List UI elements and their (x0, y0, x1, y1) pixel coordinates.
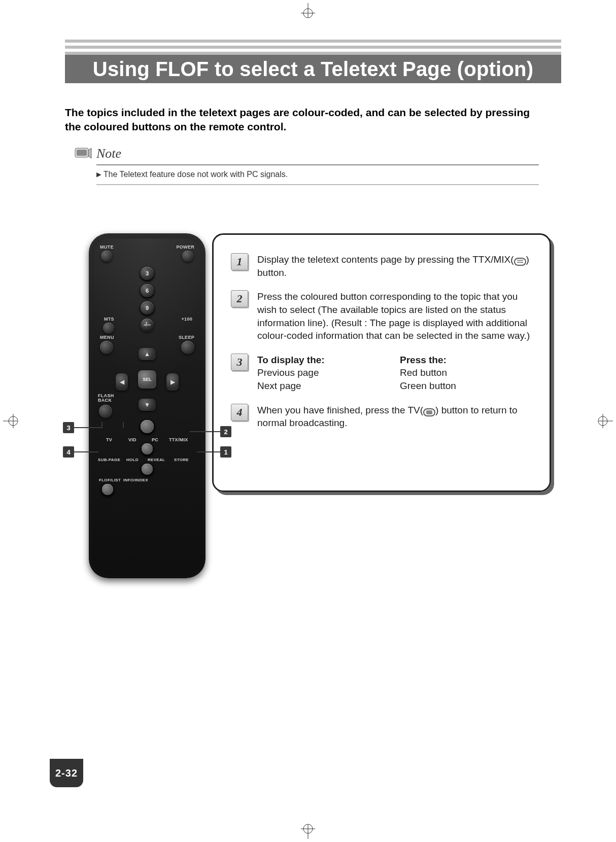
btn-power (182, 251, 193, 262)
step-1-text-a: Display the teletext contents page by pr… (257, 254, 514, 265)
callout-4: 4 (63, 446, 74, 458)
keypad-3: 3 (141, 267, 154, 280)
note-divider (96, 164, 539, 165)
label-reveal: REVEAL (148, 458, 165, 462)
label-plus100: +100 (182, 317, 192, 322)
callout-4-line (74, 451, 98, 452)
label-infoindex: INFO/INDEX (123, 478, 148, 482)
btn-flashback (99, 405, 112, 418)
dpad-left: ◀ (116, 373, 128, 391)
colour-btn-blue (141, 420, 154, 433)
btn-mute (101, 251, 112, 262)
step-1: 1 Display the teletext contents page by … (231, 253, 532, 279)
dpad-right: ▶ (166, 373, 179, 391)
dpad: ▲ ▼ ◀ ▶ SEL (117, 349, 178, 410)
step-1-badge: 1 (231, 253, 248, 270)
label-mts: MTS (104, 317, 114, 322)
label-tv: TV (106, 437, 112, 442)
btn-mts (103, 323, 114, 334)
page-title: Using FLOF to select a Teletext Page (op… (65, 56, 561, 84)
label-ttxmix: TTX/MIX (169, 437, 188, 442)
btn-ttxmix (142, 443, 153, 454)
note-body: The Teletext feature dose not work with … (104, 170, 288, 179)
label-sleep: SLEEP (179, 335, 194, 340)
remote-body: MUTE POWER 1 2 3 4 5 6 7 8 9 MTS +100 (89, 233, 206, 578)
btn-sleep (181, 341, 194, 354)
dpad-down: ▼ (139, 399, 156, 411)
intro-text: The topics included in the teletext page… (65, 106, 539, 134)
label-store: STORE (174, 458, 189, 462)
label-hold: HOLD (126, 458, 139, 462)
ttxmix-icon (514, 258, 526, 266)
step-4-badge: 4 (231, 404, 248, 421)
btn-menu (100, 341, 113, 354)
crop-mark-left (3, 411, 23, 431)
step-2-badge: 2 (231, 290, 248, 307)
callout-3-tick1 (101, 422, 102, 428)
keypad-6: 6 (141, 284, 154, 297)
step-3: 3 To display the: Press the: Previous pa… (231, 354, 532, 393)
label-flashback: FLASH BACK (98, 394, 114, 403)
step-3-hd-right: Press the: (400, 354, 532, 367)
remote-illustration: MUTE POWER 1 2 3 4 5 6 7 8 9 MTS +100 (81, 233, 213, 588)
callout-3: 3 (63, 422, 74, 433)
svg-rect-13 (77, 150, 87, 156)
label-floflist: FLOF/LIST (99, 478, 121, 482)
btn-dashes: -/-- (142, 319, 153, 330)
step-3-hd-left: To display the: (257, 354, 390, 367)
label-vid: VID (128, 437, 136, 442)
step-4-text-a: When you have finished, press the TV( (257, 405, 423, 415)
step-2-body: Press the coloured button corresponding … (257, 290, 532, 342)
label-subpage: SUB-PAGE (98, 458, 120, 462)
note-divider-2 (96, 184, 539, 185)
tv-icon (423, 408, 435, 416)
note-text: ▶ The Teletext feature dose not work wit… (96, 169, 539, 179)
note-bullet: ▶ (96, 169, 101, 179)
label-menu: MENU (100, 335, 114, 340)
step-3-table: To display the: Press the: Previous page… (257, 354, 532, 393)
step-3-badge: 3 (231, 354, 248, 371)
instruction-panel: 1 Display the teletext contents page by … (212, 233, 551, 492)
step-4-body: When you have finished, press the TV() b… (257, 404, 532, 430)
btn-store (142, 464, 153, 475)
btn-extra-2 (102, 484, 113, 495)
dpad-sel: SEL (138, 370, 156, 389)
page-number: 2-32 (50, 759, 83, 787)
step-3-r1-left: Previous page (257, 366, 390, 379)
note-label: Note (96, 146, 539, 161)
step-3-r2-left: Next page (257, 379, 390, 393)
crop-mark-top (298, 3, 318, 23)
label-pc: PC (152, 437, 158, 442)
dpad-up: ▲ (139, 348, 156, 360)
step-3-r1-right: Red button (400, 366, 532, 379)
note-block: Note ▶ The Teletext feature dose not wor… (96, 146, 539, 185)
callout-3-tick2 (123, 422, 124, 428)
label-mute: MUTE (100, 244, 114, 250)
callout-3-line (74, 427, 101, 428)
page: Using FLOF to select a Teletext Page (op… (0, 0, 616, 842)
crop-mark-right (593, 411, 613, 431)
note-tv-icon (73, 145, 92, 161)
step-4: 4 When you have finished, press the TV()… (231, 404, 532, 430)
label-power: POWER (176, 244, 194, 250)
step-1-body: Display the teletext contents page by pr… (257, 253, 532, 279)
keypad-9: 9 (141, 301, 154, 314)
step-3-r2-right: Green button (400, 379, 532, 393)
step-2: 2 Press the coloured button correspondin… (231, 290, 532, 342)
crop-mark-bottom (298, 819, 318, 839)
